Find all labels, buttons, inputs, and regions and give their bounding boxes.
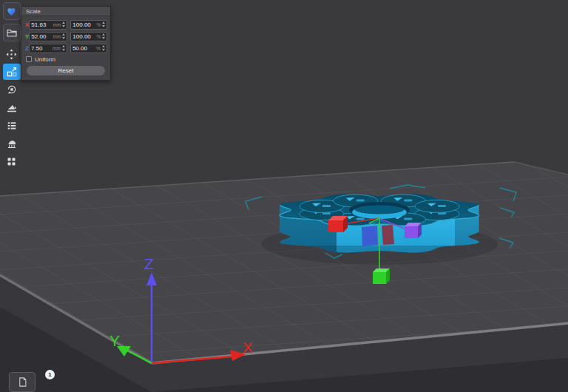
app-logo-heart-icon (5, 5, 18, 18)
scale-z-percent-stepper[interactable] (102, 45, 105, 51)
lay-flat-tool-icon (6, 102, 18, 114)
scale-z-percent-field: % (70, 44, 107, 53)
scale-row-y: Y mm % (21, 30, 110, 42)
scale-handle-x[interactable] (328, 216, 348, 232)
scale-x-mm-field: mm (29, 20, 67, 30)
lay-flat-tool-button[interactable] (3, 100, 21, 116)
scale-y-percent-input[interactable] (72, 33, 95, 40)
axis-label-y: Y (109, 332, 120, 349)
uniform-checkbox[interactable] (26, 56, 32, 62)
axis-label-x: X (243, 339, 253, 356)
scale-z-mm-field: mm (29, 44, 67, 53)
object-list-toggle-button[interactable] (9, 372, 36, 392)
scale-x-percent-field: % (70, 20, 107, 30)
support-tool-icon (6, 138, 18, 149)
object-list-icon (6, 120, 18, 132)
scale-y-percent-stepper[interactable] (102, 33, 105, 39)
slicer-window: X Y Z (0, 0, 568, 392)
scale-x-percent-unit: % (97, 22, 101, 27)
scale-panel-title: Scale (21, 7, 110, 16)
scale-z-mm-stepper[interactable] (62, 45, 65, 51)
scale-panel: Scale X mm % Y mm % (21, 6, 111, 81)
file-icon (17, 376, 28, 388)
app-logo-button[interactable] (3, 2, 21, 20)
scale-z-percent-input[interactable] (72, 45, 95, 52)
scale-x-mm-unit: mm (53, 22, 61, 27)
rotate-tool-icon (6, 84, 18, 95)
uniform-label: Uniform (35, 56, 55, 63)
scale-x-mm-input[interactable] (31, 21, 52, 28)
scale-row-x: X mm % (21, 18, 110, 30)
scale-z-mm-input[interactable] (31, 45, 52, 52)
scale-y-percent-field: % (70, 32, 107, 41)
scale-tool-button[interactable] (3, 64, 21, 80)
axis-label-z: Z (144, 255, 154, 272)
scale-y-mm-stepper[interactable] (62, 33, 65, 39)
scale-handle-z[interactable] (405, 223, 422, 238)
scale-z-percent-unit: % (96, 46, 101, 51)
rotate-tool-button[interactable] (3, 81, 21, 98)
scale-handle-y[interactable] (373, 268, 390, 284)
support-tool-button[interactable] (3, 135, 21, 152)
scale-z-mm-unit: mm (53, 46, 61, 51)
scale-y-mm-field: mm (29, 32, 67, 41)
scale-x-mm-stepper[interactable] (62, 21, 65, 27)
object-list-button[interactable] (3, 118, 21, 134)
left-toolbar (1, 2, 21, 169)
open-file-button[interactable] (3, 24, 21, 41)
open-file-folder-icon (6, 27, 18, 38)
gear-center-hole (349, 202, 410, 219)
scale-y-mm-input[interactable] (31, 33, 52, 40)
scale-tool-icon (6, 66, 18, 78)
uniform-row: Uniform (21, 54, 110, 64)
object-count-badge: 1 (45, 370, 55, 379)
scale-x-percent-input[interactable] (72, 21, 95, 28)
scale-y-percent-unit: % (97, 34, 101, 39)
scale-plane-handle-red[interactable] (382, 225, 394, 245)
reset-button[interactable]: Reset (27, 66, 105, 75)
more-tools-button[interactable] (3, 153, 21, 169)
scale-plane-handle-blue[interactable] (362, 226, 378, 246)
move-tool-button[interactable] (3, 46, 21, 62)
scale-x-percent-stepper[interactable] (102, 21, 105, 27)
more-tools-grid-icon (6, 156, 17, 167)
move-tool-icon (5, 48, 18, 61)
scale-y-mm-unit: mm (53, 34, 61, 39)
scale-row-z: Z mm % (21, 42, 110, 54)
